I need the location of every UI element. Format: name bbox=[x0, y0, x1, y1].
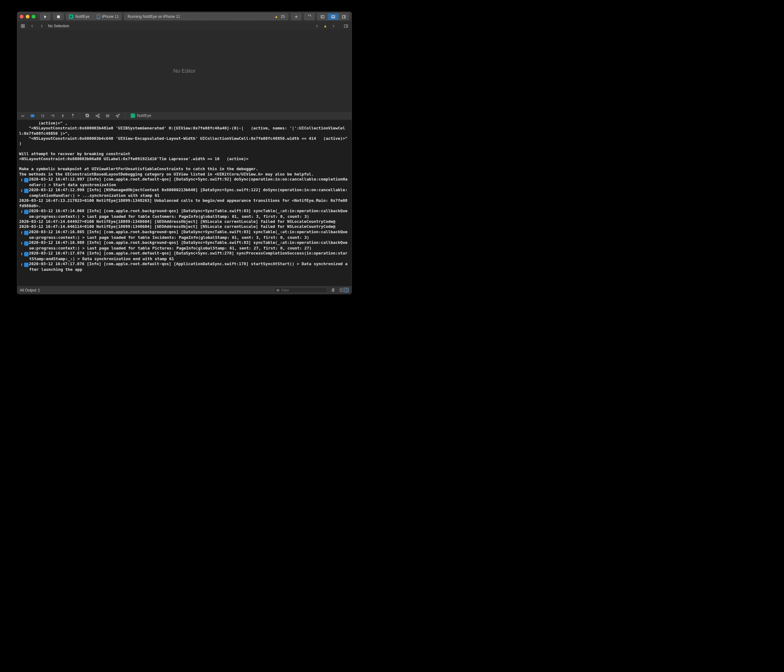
svg-rect-36 bbox=[340, 289, 344, 291]
console-line: "<NSLayoutConstraint:0x600003b481e0 'UII… bbox=[19, 126, 350, 136]
hide-debug-area-button[interactable] bbox=[20, 113, 25, 118]
status-text: Running NotifEye on iPhone 11 bbox=[128, 14, 180, 19]
stop-button[interactable] bbox=[53, 13, 64, 20]
console-line: 2020-03-12 16:47:13.217823+0100 NotifEye… bbox=[19, 198, 350, 208]
svg-point-16 bbox=[52, 117, 53, 117]
svg-line-27 bbox=[97, 116, 98, 117]
titlebar: ✻ NotifEye 〉 iPhone 11 Running NotifEye … bbox=[17, 12, 352, 22]
nav-back-button[interactable] bbox=[29, 23, 36, 29]
step-into-button[interactable] bbox=[60, 113, 65, 118]
svg-rect-3 bbox=[332, 16, 335, 18]
console-pane-toggle bbox=[339, 288, 349, 293]
svg-point-31 bbox=[106, 115, 107, 116]
info-badge-icon: i bbox=[24, 178, 28, 182]
add-tab-button[interactable] bbox=[291, 13, 302, 20]
svg-point-25 bbox=[98, 116, 100, 118]
clear-console-button[interactable] bbox=[330, 288, 336, 293]
console-line: i2020-03-12 16:47:16.988 [Info] [com.app… bbox=[19, 240, 350, 251]
scheme-target-label: iPhone 11 bbox=[102, 14, 119, 19]
console-line: (active)>" , bbox=[19, 121, 350, 126]
step-out-button[interactable] bbox=[70, 113, 76, 118]
close-window-button[interactable] bbox=[20, 15, 23, 19]
zoom-window-button[interactable] bbox=[32, 15, 36, 19]
svg-rect-5 bbox=[342, 16, 345, 18]
console-line: i2020-03-12 16:47:14.068 [Info] [com.app… bbox=[19, 208, 350, 219]
location-simulate-button[interactable] bbox=[115, 113, 120, 118]
svg-point-23 bbox=[96, 115, 97, 116]
code-review-button[interactable] bbox=[304, 13, 314, 20]
svg-rect-7 bbox=[21, 25, 23, 26]
jump-bar: No Selection ▲ bbox=[17, 22, 352, 31]
info-badge-icon: i bbox=[24, 241, 28, 246]
console-line: i2020-03-12 16:47:12.998 [Info] [NSManag… bbox=[19, 187, 350, 198]
svg-rect-0 bbox=[57, 16, 59, 17]
output-scope-label: All Output bbox=[20, 288, 36, 292]
console-line: i2020-03-12 16:47:12.997 [Info] [com.app… bbox=[19, 177, 350, 187]
info-badge-icon: i bbox=[24, 263, 28, 267]
toggle-navigator-button[interactable] bbox=[317, 13, 328, 20]
step-over-button[interactable] bbox=[50, 113, 56, 118]
issue-prev-button[interactable] bbox=[314, 23, 320, 29]
console-line: "<NSLayoutConstraint:0x600003b4c640 'UIV… bbox=[19, 136, 350, 141]
output-scope-popup[interactable]: All Output bbox=[20, 288, 40, 292]
console-line: Will attempt to recover by breaking cons… bbox=[19, 151, 350, 156]
nav-forward-button[interactable] bbox=[39, 23, 45, 29]
console-line bbox=[19, 162, 350, 166]
warning-icon[interactable]: ▲ bbox=[324, 24, 327, 28]
device-icon bbox=[97, 14, 100, 19]
info-badge-icon: i bbox=[24, 210, 28, 214]
breakpoints-toggle-button[interactable] bbox=[30, 113, 36, 118]
warning-icon[interactable]: ▲ bbox=[274, 14, 278, 19]
show-variables-pane-button[interactable] bbox=[339, 288, 344, 292]
no-editor-label: No Editor bbox=[173, 68, 196, 74]
toolbar-right bbox=[291, 13, 349, 20]
app-icon bbox=[131, 114, 135, 118]
view-debugger-button[interactable] bbox=[85, 113, 90, 118]
console-bottom-bar: All Output bbox=[17, 286, 352, 294]
info-badge-icon: i bbox=[24, 252, 28, 257]
no-selection-label: No Selection bbox=[48, 24, 69, 28]
console-line: i2020-03-12 16:47:16.865 [Info] [com.app… bbox=[19, 229, 350, 240]
svg-rect-8 bbox=[23, 25, 25, 26]
toggle-debug-area-button[interactable] bbox=[328, 13, 338, 20]
panel-toggle-group bbox=[317, 13, 349, 20]
debug-bar: NotifEye bbox=[17, 111, 352, 120]
console-output[interactable]: (active)>" , "<NSLayoutConstraint:0x6000… bbox=[17, 120, 352, 286]
svg-point-33 bbox=[108, 114, 109, 115]
editor-area: No Editor bbox=[17, 31, 352, 111]
add-editor-button[interactable] bbox=[343, 23, 349, 29]
console-filter-field[interactable] bbox=[274, 287, 327, 293]
console-filter-input[interactable] bbox=[282, 288, 325, 292]
chevron-right-icon: 〉 bbox=[91, 14, 95, 19]
environment-overrides-button[interactable] bbox=[105, 113, 110, 118]
activity-status: Running NotifEye on iPhone 11 ▲ 25 bbox=[124, 13, 288, 20]
pause-continue-button[interactable] bbox=[40, 113, 45, 118]
console-line: <NSLayoutConstraint:0x600003b06a80 UILab… bbox=[19, 156, 350, 162]
svg-rect-38 bbox=[345, 289, 348, 291]
separator bbox=[80, 113, 80, 118]
console-line: The methods in the UIConstraintBasedLayo… bbox=[19, 172, 350, 177]
console-line: Make a symbolic breakpoint at UIViewAler… bbox=[19, 166, 350, 171]
info-badge-icon: i bbox=[24, 189, 28, 193]
debug-process-selector[interactable]: NotifEye bbox=[131, 114, 151, 118]
toggle-inspectors-button[interactable] bbox=[338, 13, 349, 20]
svg-point-32 bbox=[107, 116, 108, 117]
info-badge-icon: i bbox=[24, 231, 28, 235]
issue-next-button[interactable] bbox=[330, 23, 336, 29]
svg-line-26 bbox=[97, 114, 98, 116]
related-items-button[interactable] bbox=[20, 23, 26, 29]
console-line: 2020-03-12 16:47:14.646114+0100 NotifEye… bbox=[19, 224, 350, 229]
svg-point-20 bbox=[72, 117, 73, 118]
warning-count[interactable]: 25 bbox=[281, 14, 285, 19]
svg-rect-1 bbox=[321, 16, 324, 18]
window-controls bbox=[20, 15, 36, 19]
show-console-pane-button[interactable] bbox=[344, 288, 349, 292]
app-icon: ✻ bbox=[69, 14, 73, 19]
console-line: ) bbox=[19, 141, 350, 146]
console-line: i2020-03-12 16:47:17.076 [Info] [com.app… bbox=[19, 261, 350, 272]
minimize-window-button[interactable] bbox=[26, 15, 30, 19]
console-line: 2020-03-12 16:47:14.644927+0100 NotifEye… bbox=[19, 219, 350, 224]
run-button[interactable] bbox=[40, 13, 50, 20]
memory-graph-button[interactable] bbox=[95, 113, 100, 118]
scheme-selector[interactable]: ✻ NotifEye 〉 iPhone 11 bbox=[66, 13, 121, 20]
